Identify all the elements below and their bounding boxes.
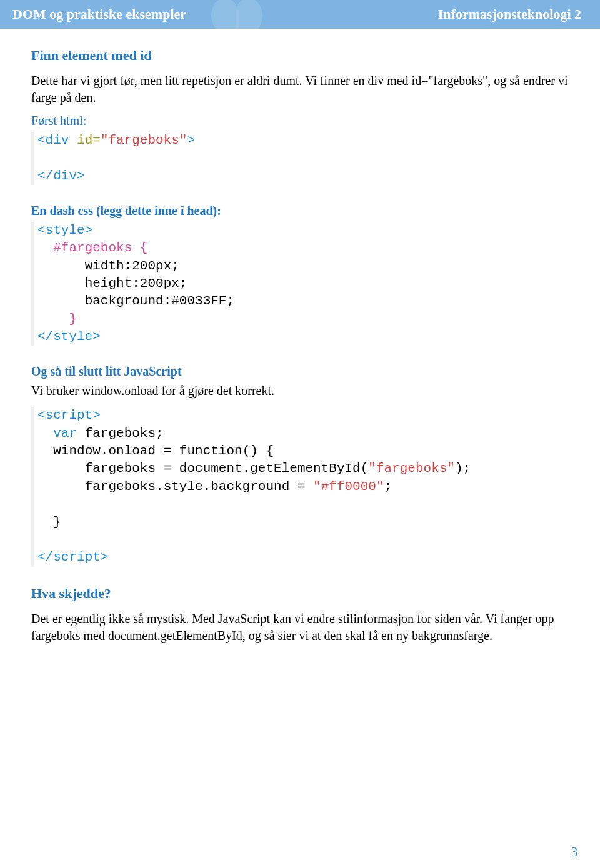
code-token: > xyxy=(187,133,195,147)
js-note: Vi bruker window.onload for å gjøre det … xyxy=(31,382,569,399)
subheading-css: En dash css (legg dette inne i head): xyxy=(31,204,569,218)
code-token: background:#0033FF; xyxy=(85,294,234,308)
code-token: var xyxy=(53,426,77,441)
code-token: fargeboks = document.getElementById( xyxy=(53,461,368,476)
code-token: } xyxy=(69,312,77,326)
page: DOM og praktiske eksempler Informasjonst… xyxy=(0,0,600,868)
code-css: <style> #fargeboks { width:200px; height… xyxy=(31,222,569,346)
code-token: </style> xyxy=(38,329,101,344)
code-token: script> xyxy=(53,550,108,564)
code-token: } xyxy=(53,515,61,529)
heading-what-happened: Hva skjedde? xyxy=(31,586,569,602)
page-number: 3 xyxy=(571,845,578,859)
code-token: "#ff0000" xyxy=(313,479,384,494)
code-token: width:200px; xyxy=(85,259,179,273)
header-left: DOM og praktiske eksempler xyxy=(12,6,186,22)
code-token: height:200px; xyxy=(85,276,188,291)
code-token: id= xyxy=(69,133,100,147)
code-token: <style> xyxy=(38,223,92,237)
code-token: ); xyxy=(455,461,471,476)
content: Finn element med id Dette har vi gjort f… xyxy=(0,29,600,644)
svg-rect-4 xyxy=(236,9,239,29)
heading-find-element: Finn element med id xyxy=(31,47,569,64)
subheading-html: Først html: xyxy=(31,114,569,128)
subheading-js: Og så til slutt litt JavaScript xyxy=(31,364,569,379)
code-token: <div xyxy=(38,133,69,147)
code-token: fargeboks.style.background = xyxy=(53,479,313,494)
butterfly-decoration xyxy=(200,0,275,29)
code-html: <div id="fargeboks"> </div> xyxy=(31,132,569,185)
code-token: fargeboks; xyxy=(77,426,164,441)
code-token: window.onload = function() { xyxy=(53,444,274,458)
code-token: #fargeboks { xyxy=(53,241,148,255)
code-token: </div> xyxy=(38,169,85,183)
code-token: "fargeboks" xyxy=(101,133,188,147)
code-token: ; xyxy=(384,479,392,494)
explanation-paragraph: Det er egentlig ikke så mystisk. Med Jav… xyxy=(31,611,569,644)
code-token: </ xyxy=(38,550,53,564)
header-bar: DOM og praktiske eksempler Informasjonst… xyxy=(0,0,600,29)
header-right: Informasjonsteknologi 2 xyxy=(438,6,581,22)
code-token: "fargeboks" xyxy=(368,461,455,476)
code-js: <script> var fargeboks; window.onload = … xyxy=(31,407,569,566)
code-token: <script> xyxy=(38,408,101,422)
intro-paragraph: Dette har vi gjort før, men litt repetis… xyxy=(31,72,569,106)
